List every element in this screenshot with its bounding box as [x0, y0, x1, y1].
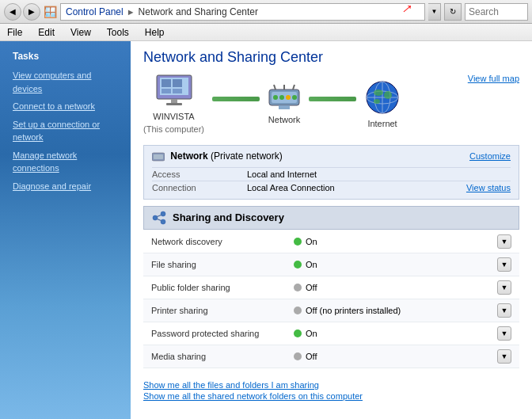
network-row-connection: Connection Local Area Connection View st… [152, 181, 511, 194]
menu-edit[interactable]: Edit [35, 26, 58, 39]
address-dropdown[interactable]: ▼ [428, 3, 441, 21]
sharing-label-4: Password protected sharing [151, 329, 294, 338]
sidebar: Tasks View computers and devices Connect… [0, 41, 131, 419]
sharing-icon [152, 211, 166, 225]
sharing-section: Sharing and Discovery Network discovery … [143, 206, 519, 368]
internet-node: Internet [364, 79, 401, 128]
svg-rect-6 [171, 99, 177, 103]
computer-node: WINVISTA (This computer) [143, 74, 204, 134]
svg-rect-14 [279, 105, 290, 109]
svg-line-31 [158, 215, 162, 216]
svg-rect-3 [173, 79, 182, 87]
menu-help[interactable]: Help [142, 26, 168, 39]
menu-bar: File Edit View Tools Help [0, 24, 532, 41]
sharing-row-5: Media sharing Off ▼ [143, 345, 519, 368]
svg-point-13 [292, 95, 297, 100]
sidebar-item-diagnose[interactable]: Diagnose and repair [0, 177, 131, 196]
sharing-status-3: Off (no printers installed) [294, 306, 497, 315]
network-section-title: Network (Private network) [152, 150, 283, 162]
expand-button-4[interactable]: ▼ [497, 326, 511, 341]
expand-button-2[interactable]: ▼ [497, 280, 511, 295]
breadcrumb-current: Network and Sharing Center [139, 6, 258, 17]
sharing-row-0: Network discovery On ▼ [143, 230, 519, 253]
svg-rect-7 [166, 103, 182, 105]
sidebar-section-title: Tasks [0, 48, 131, 67]
expand-button-0[interactable]: ▼ [497, 234, 511, 249]
address-path: Control Panel ► Network and Sharing Cent… [60, 3, 425, 21]
sharing-status-5: Off [294, 352, 497, 361]
connector-line-1 [212, 97, 260, 101]
footer-links: Show me all the files and folders I am s… [143, 376, 519, 405]
svg-line-17 [293, 85, 294, 90]
svg-point-30 [161, 219, 165, 224]
network-small-icon [152, 151, 165, 162]
svg-point-25 [374, 99, 380, 104]
svg-rect-5 [173, 89, 182, 93]
view-status-link[interactable]: View status [466, 183, 511, 192]
sidebar-item-connect-network[interactable]: Connect to a network [0, 97, 131, 116]
computer-sublabel: (This computer) [143, 124, 204, 134]
sharing-label-1: File sharing [151, 260, 294, 269]
breadcrumb-control-panel[interactable]: Control Panel [66, 6, 124, 17]
computer-icon [154, 74, 195, 109]
windows-logo-icon: 🪟 [44, 6, 57, 18]
globe-icon [364, 79, 401, 116]
network-section-header: Network (Private network) Customize [152, 150, 511, 162]
network-title-text: Network [170, 150, 207, 162]
sharing-row-2: Public folder sharing Off ▼ [143, 276, 519, 299]
sharing-status-1: On [294, 260, 497, 269]
view-full-map-link[interactable]: View full map [468, 74, 519, 83]
expand-button-1[interactable]: ▼ [497, 257, 511, 272]
sidebar-item-view-computers[interactable]: View computers and devices [0, 67, 131, 97]
footer-link-0[interactable]: Show me all the files and folders I am s… [143, 379, 519, 390]
back-button[interactable]: ◀ [4, 3, 21, 21]
access-value: Local and Internet [247, 170, 511, 179]
status-dot-3 [294, 307, 302, 314]
search-input[interactable] [465, 3, 528, 21]
svg-point-24 [384, 91, 392, 99]
menu-view[interactable]: View [67, 26, 94, 39]
page-title: Network and Sharing Center [143, 49, 519, 66]
sharing-label-3: Printer sharing [151, 306, 294, 315]
network-node: Network [268, 83, 301, 124]
sharing-status-text-1: On [306, 260, 317, 269]
menu-tools[interactable]: Tools [104, 26, 132, 39]
nav-buttons: ◀ ▶ [4, 3, 40, 21]
sharing-status-text-2: Off [306, 283, 317, 292]
sidebar-item-setup-connection[interactable]: Set up a connection or network [0, 116, 131, 147]
status-dot-5 [294, 352, 302, 360]
sharing-row-4: Password protected sharing On ▼ [143, 322, 519, 345]
sharing-label-0: Network discovery [151, 237, 294, 246]
forward-button[interactable]: ▶ [23, 3, 40, 21]
sharing-title: Sharing and Discovery [173, 211, 284, 223]
svg-rect-4 [162, 89, 171, 93]
menu-file[interactable]: File [4, 26, 25, 39]
svg-point-29 [161, 211, 165, 216]
expand-button-3[interactable]: ▼ [497, 303, 511, 318]
breadcrumb-separator: ► [127, 7, 135, 17]
footer-link-1[interactable]: Show me all the shared network folders o… [143, 390, 519, 402]
sidebar-item-manage-network[interactable]: Manage network connections [0, 147, 131, 177]
network-type-text: (Private network) [211, 150, 283, 162]
refresh-button[interactable]: ↻ [444, 3, 462, 21]
internet-label: Internet [367, 119, 397, 128]
network-hub-icon [268, 83, 301, 112]
sharing-label-2: Public folder sharing [151, 283, 294, 292]
connector-line-2 [309, 97, 356, 101]
sharing-status-text-4: On [306, 329, 317, 338]
sharing-status-text-5: Off [306, 352, 317, 361]
red-arrow-indicator: → [395, 0, 419, 20]
expand-button-5[interactable]: ▼ [497, 349, 511, 364]
sharing-status-0: On [294, 237, 497, 246]
svg-line-15 [274, 85, 276, 90]
customize-link[interactable]: Customize [469, 151, 511, 161]
sharing-status-text-3: Off (no printers installed) [306, 306, 401, 315]
sharing-row-3: Printer sharing Off (no printers install… [143, 299, 519, 322]
access-label: Access [152, 170, 247, 179]
svg-line-32 [158, 219, 162, 220]
connection-label: Connection [152, 183, 247, 192]
svg-point-11 [279, 95, 284, 100]
status-dot-1 [294, 261, 302, 269]
network-info-section: Network (Private network) Customize Acce… [143, 145, 519, 200]
address-bar: ◀ ▶ 🪟 Control Panel ► Network and Sharin… [0, 0, 532, 24]
